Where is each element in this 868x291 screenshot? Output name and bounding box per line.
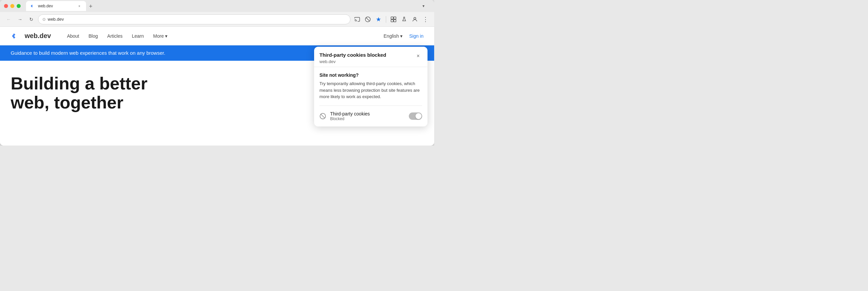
cast-button[interactable] (352, 15, 362, 24)
svg-point-7 (414, 17, 416, 19)
popup-divider (319, 106, 422, 106)
nav-learn[interactable]: Learn (132, 33, 144, 39)
website-nav: web.dev About Blog Articles Learn More ▾… (0, 27, 434, 46)
svg-rect-6 (394, 19, 396, 22)
nav-more[interactable]: More ▾ (153, 33, 167, 39)
svg-rect-5 (391, 19, 394, 22)
popup-title-group: Third-party cookies blocked web.dev (319, 52, 386, 64)
back-button[interactable]: ← (4, 15, 13, 24)
tab-bar-right: ▾ (420, 2, 430, 10)
cookie-toggle[interactable] (409, 113, 422, 120)
cookies-blocked-icon (365, 16, 371, 22)
reload-icon: ↻ (29, 17, 33, 22)
nav-about[interactable]: About (67, 33, 80, 39)
language-dropdown-icon: ▾ (400, 33, 402, 39)
tab-title: web.dev (38, 4, 74, 8)
svg-rect-4 (394, 17, 396, 19)
website-logo[interactable]: web.dev (11, 31, 51, 41)
popup-title: Third-party cookies blocked (319, 52, 386, 58)
browser-tab[interactable]: web.dev × (26, 1, 86, 11)
menu-icon: ⋮ (423, 16, 429, 22)
menu-button[interactable]: ⋮ (421, 15, 430, 24)
webdev-logo-icon (11, 31, 21, 41)
minimize-window-button[interactable] (10, 4, 14, 8)
extensions-icon (391, 16, 397, 22)
reload-button[interactable]: ↻ (27, 15, 36, 24)
cookie-popup: Third-party cookies blocked web.dev × Si… (314, 47, 428, 126)
hero-title-line2: web, together (11, 93, 123, 112)
cast-icon (354, 16, 360, 22)
svg-line-9 (321, 114, 325, 118)
close-window-button[interactable] (4, 4, 8, 8)
forward-button[interactable]: → (16, 15, 25, 24)
popup-section-text: Try temporarily allowing third-party coo… (319, 81, 422, 100)
nav-blog[interactable]: Blog (89, 33, 98, 39)
address-text: web.dev (48, 17, 346, 22)
popup-close-button[interactable]: × (414, 52, 422, 60)
cookie-status: Blocked (330, 116, 405, 121)
browser-window: web.dev × + ▾ ← → ↻ ⊙ web.dev (0, 0, 434, 146)
site-info-icon: ⊙ (42, 17, 46, 22)
extensions-button[interactable] (389, 15, 398, 24)
new-tab-button[interactable]: + (86, 2, 95, 11)
forward-icon: → (18, 17, 22, 22)
bookmark-button[interactable]: ★ (374, 15, 383, 24)
nav-articles[interactable]: Articles (107, 33, 123, 39)
popup-section-title: Site not working? (319, 72, 422, 78)
cookie-row: Third-party cookies Blocked (319, 111, 422, 121)
language-label: English (383, 33, 399, 39)
profile-button[interactable] (410, 15, 420, 24)
hero-title-line1: Building a better (11, 74, 147, 93)
cookie-info: Third-party cookies Blocked (330, 111, 405, 121)
toolbar: ← → ↻ ⊙ web.dev (0, 12, 434, 27)
labs-icon (401, 16, 407, 22)
website-logo-text: web.dev (25, 32, 51, 40)
back-icon: ← (6, 17, 11, 22)
hero-title: Building a better web, together (11, 74, 211, 112)
website-nav-right: English ▾ Sign in (381, 32, 424, 40)
toolbar-right: ★ (352, 15, 430, 24)
toolbar-divider (386, 16, 386, 23)
popup-body: Site not working? Try temporarily allowi… (314, 67, 428, 126)
website-nav-links: About Blog Articles Learn More ▾ (67, 33, 370, 39)
labs-button[interactable] (400, 15, 409, 24)
bookmark-icon: ★ (376, 16, 381, 23)
svg-line-2 (366, 17, 370, 21)
svg-rect-3 (391, 17, 394, 19)
popup-domain: web.dev (319, 59, 386, 64)
tab-bar: web.dev × + (23, 1, 417, 11)
traffic-lights (4, 4, 21, 8)
language-button[interactable]: English ▾ (381, 32, 405, 40)
tab-favicon (30, 3, 35, 9)
sign-in-button[interactable]: Sign in (409, 33, 424, 39)
cookies-blocked-button[interactable] (363, 15, 372, 24)
cookie-blocked-icon (319, 113, 326, 119)
tab-close-button[interactable]: × (77, 3, 82, 9)
maximize-window-button[interactable] (17, 4, 21, 8)
popup-header: Third-party cookies blocked web.dev × (314, 47, 428, 67)
address-bar[interactable]: ⊙ web.dev (38, 14, 350, 24)
profile-icon (412, 16, 418, 22)
page-content: web.dev About Blog Articles Learn More ▾… (0, 27, 434, 146)
more-dropdown-icon: ▾ (165, 33, 167, 39)
banner-text: Guidance to build modern web experiences… (11, 50, 165, 56)
tab-list-button[interactable]: ▾ (420, 2, 428, 10)
title-bar: web.dev × + ▾ (0, 0, 434, 12)
cookie-name: Third-party cookies (330, 111, 405, 116)
